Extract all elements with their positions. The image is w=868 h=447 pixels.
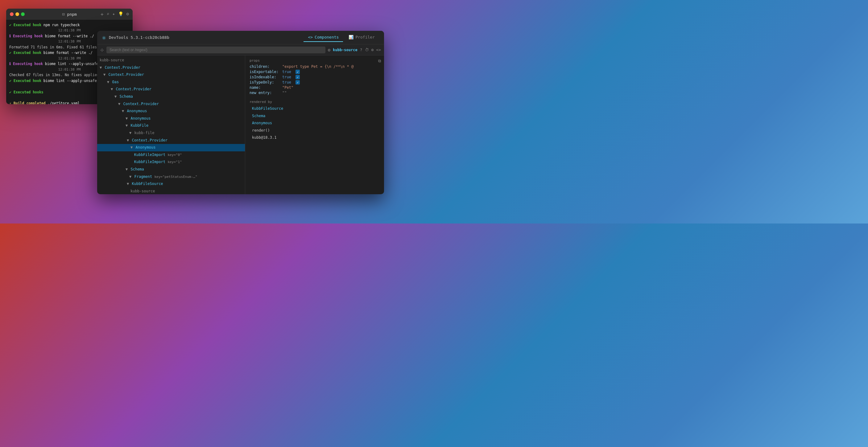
tree-header: kubb-source: [97, 57, 245, 64]
arrow-icon: ▼: [122, 109, 126, 113]
arrow-icon: ▼: [127, 138, 131, 142]
component-name: Anonymous: [127, 109, 147, 113]
props-row-name: name: "Pet": [250, 86, 380, 90]
tab-plus-button[interactable]: +: [100, 11, 104, 17]
props-row-newentry: new entry: "": [250, 91, 380, 95]
arrow-icon: ▼: [115, 94, 119, 99]
component-name: Anonymous: [135, 145, 155, 150]
tree-item[interactable]: ▼ KubbFile: [97, 122, 245, 129]
tree-item-selected[interactable]: ▼ Anonymous: [97, 144, 245, 151]
props-section-label: props: [250, 59, 380, 63]
tree-item[interactable]: KubbFileImport key="1": [97, 158, 245, 166]
question-icon[interactable]: ?: [360, 47, 363, 52]
tree-item[interactable]: KubbFileImport key="0": [97, 151, 245, 159]
rendered-by-render: render(): [250, 127, 380, 134]
tree-item[interactable]: ▼ Fragment key="petStatusEnum-…": [97, 173, 245, 181]
tree-item[interactable]: ▼ Context.Provider: [97, 137, 245, 144]
code-icon[interactable]: <>: [376, 47, 381, 52]
components-tab-label: Components: [315, 35, 339, 39]
tree-item[interactable]: ▼ KubbFileSource: [97, 180, 245, 188]
key-attr: key="0": [167, 153, 182, 157]
prop-value: true: [282, 75, 291, 79]
props-row-children: children: "export type Pet = {\n /**\n *…: [250, 64, 380, 69]
tree-item[interactable]: ▼ Schema: [97, 93, 245, 100]
tree-item[interactable]: ▼ kubb-file: [97, 129, 245, 137]
close-button[interactable]: [10, 12, 13, 16]
terminal-tab[interactable]: ⊟ pnpm: [62, 12, 77, 17]
checkbox-isIndexable[interactable]: ✓: [296, 75, 300, 79]
rendered-by-schema[interactable]: Schema: [250, 113, 380, 120]
component-name: Context.Provider: [104, 65, 141, 70]
checkbox-isTypeOnly[interactable]: ✓: [296, 80, 300, 85]
devtools-window: ⚛ DevTools 5.3.1-ccb20cb88b <> Component…: [97, 31, 384, 194]
arrow-icon: ▼: [103, 72, 107, 77]
tree-item[interactable]: ▼ Context.Provider: [97, 86, 245, 93]
arrow-icon: ▼: [129, 131, 133, 135]
prop-value: "": [282, 91, 286, 95]
tree-item[interactable]: ▼ Context.Provider: [97, 100, 245, 108]
bulb-icon[interactable]: 💡: [118, 11, 123, 17]
arrow-icon: ▼: [118, 102, 122, 106]
devtools-title: DevTools 5.3.1-ccb20cb88b: [109, 35, 169, 40]
search-icon[interactable]: ⌕: [107, 11, 109, 17]
tab-profiler[interactable]: 📊 Profiler: [344, 33, 379, 42]
search-input[interactable]: [106, 46, 326, 53]
prop-value: "export type Pet = {\n /**\n * @: [282, 64, 353, 69]
props-row-isExportable: isExportable: true ✓: [250, 70, 380, 74]
maximize-button[interactable]: [21, 12, 25, 16]
ai-icon[interactable]: ✦: [112, 11, 115, 17]
prop-key: new entry:: [250, 91, 280, 95]
tree-item[interactable]: ▼ Schema: [97, 166, 245, 173]
tree-item[interactable]: ▼ Oas: [97, 78, 245, 86]
tree-item[interactable]: ▼ Anonymous: [97, 107, 245, 115]
rendered-by-kubb: kubb@18.3.1: [250, 134, 380, 141]
tree-item[interactable]: kubb-source: [97, 188, 245, 194]
component-name: kubb-source: [130, 189, 155, 193]
rendered-by-kubbfilesource[interactable]: KubbFileSource: [250, 105, 380, 113]
terminal-titlebar: ⊟ pnpm + ⌕ ✦ 💡 ⚙: [6, 9, 133, 20]
prop-value: "Pet": [282, 86, 293, 90]
tree-item[interactable]: ▼ Context.Provider: [97, 64, 245, 71]
component-name: KubbFileSource: [132, 182, 163, 186]
gear-icon[interactable]: ⚙: [328, 47, 330, 53]
props-row-isTypeOnly: isTypeOnly: true ✓: [250, 80, 380, 85]
terminal-icons: + ⌕ ✦ 💡 ⚙: [100, 11, 129, 17]
component-name: Anonymous: [130, 116, 151, 121]
profiler-icon: 📊: [348, 35, 353, 39]
prop-key: isIndexable:: [250, 75, 280, 79]
terminal-tab-label: pnpm: [67, 12, 77, 17]
component-name: KubbFileImport: [134, 160, 167, 164]
arrow-icon: ▼: [111, 87, 115, 91]
component-name: kubb-file: [134, 131, 154, 135]
arrow-icon: ▼: [130, 145, 135, 150]
sidebar-icon: ⊟: [62, 12, 64, 17]
settings2-icon[interactable]: ⚙: [371, 47, 374, 52]
tree-item[interactable]: ▼ Anonymous: [97, 115, 245, 122]
rendered-by-anonymous[interactable]: Anonymous: [250, 120, 380, 127]
components-icon: <>: [308, 35, 313, 39]
timer-icon[interactable]: ⏱: [365, 47, 369, 52]
component-name: Context.Provider: [132, 138, 167, 142]
prop-key: isExportable:: [250, 70, 280, 74]
arrow-icon: ▼: [126, 123, 130, 128]
cursor-icon[interactable]: ⊹: [100, 47, 104, 53]
arrow-icon: ▼: [127, 182, 131, 186]
devtools-right-icons: ? ⏱ ⚙ <>: [360, 47, 381, 52]
devtools-toolbar: ⊹ ⚙ kubb-source ? ⏱ ⚙ <>: [97, 44, 384, 56]
component-name: Oas: [112, 80, 119, 84]
checkbox-isExportable[interactable]: ✓: [296, 70, 300, 74]
component-tree[interactable]: kubb-source ▼ Context.Provider ▼ Context…: [97, 56, 245, 194]
profiler-tab-label: Profiler: [355, 35, 375, 39]
prop-value: true: [282, 80, 291, 85]
prop-key: isTypeOnly:: [250, 80, 280, 85]
key-attr: key="petStatusEnum-…": [154, 175, 197, 179]
settings-icon[interactable]: ⚙: [126, 11, 129, 17]
component-name: KubbFileImport: [134, 153, 167, 157]
copy-icon[interactable]: ⧉: [378, 59, 381, 64]
rendered-by-label: rendered by: [250, 100, 380, 104]
tab-components[interactable]: <> Components: [304, 33, 343, 42]
minimize-button[interactable]: [16, 12, 19, 16]
tree-item[interactable]: ▼ Context.Provider: [97, 71, 245, 78]
prop-value: true: [282, 70, 291, 74]
rendered-by-section: rendered by KubbFileSource Schema Anonym…: [250, 100, 380, 141]
